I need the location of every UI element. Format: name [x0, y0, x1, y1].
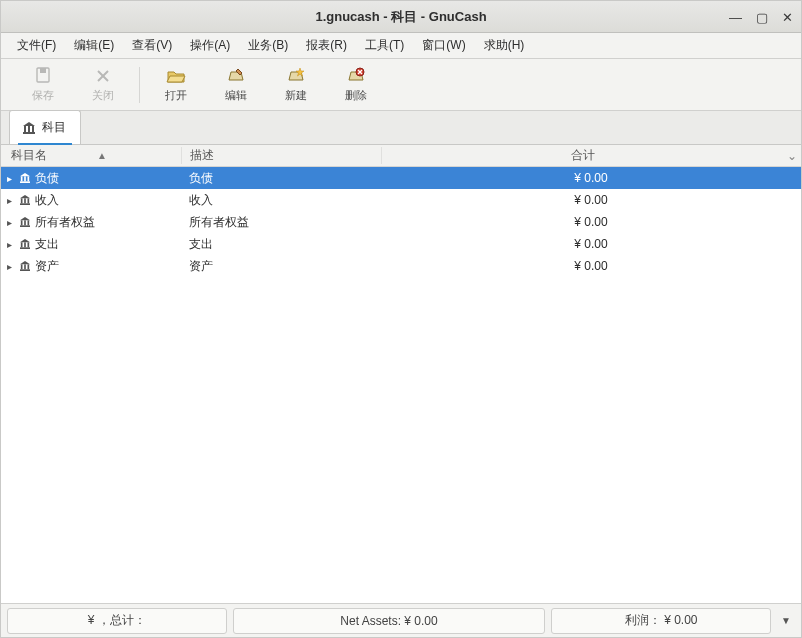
edit-label: 编辑 [225, 88, 247, 103]
menubar: 文件(F) 编辑(E) 查看(V) 操作(A) 业务(B) 报表(R) 工具(T… [1, 33, 801, 59]
window-title: 1.gnucash - 科目 - GnuCash [1, 8, 801, 26]
header-desc[interactable]: 描述 [181, 147, 381, 164]
toolbar: 保存 关闭 打开 编辑 新建 [1, 59, 801, 111]
account-desc: 支出 [181, 236, 381, 253]
statusbar: ¥ ，总计： Net Assets: ¥ 0.00 利润： ¥ 0.00 ▼ [1, 603, 801, 637]
table-row[interactable]: ▸ 收入 收入 ¥ 0.00 [1, 189, 801, 211]
svg-rect-21 [24, 220, 26, 225]
svg-rect-25 [24, 242, 26, 247]
expand-icon[interactable]: ▸ [7, 173, 17, 184]
open-button[interactable]: 打开 [146, 66, 206, 103]
menu-window[interactable]: 窗口(W) [414, 34, 473, 57]
column-headers: 科目名 ▲ 描述 合计 ⌄ [1, 145, 801, 167]
svg-rect-15 [20, 181, 30, 183]
account-total: ¥ 0.00 [381, 171, 801, 185]
account-total: ¥ 0.00 [381, 259, 801, 273]
bank-icon [19, 261, 33, 271]
svg-rect-14 [28, 176, 30, 181]
tab-accounts[interactable]: 科目 [9, 110, 81, 144]
header-more[interactable]: ⌄ [783, 149, 801, 163]
delete-icon [345, 66, 367, 86]
app-window: 1.gnucash - 科目 - GnuCash — ▢ ✕ 文件(F) 编辑(… [0, 0, 802, 638]
account-desc: 收入 [181, 192, 381, 209]
svg-rect-27 [20, 247, 30, 249]
account-desc: 所有者权益 [181, 214, 381, 231]
header-total[interactable]: 合计 [381, 147, 783, 164]
delete-button[interactable]: 删除 [326, 66, 386, 103]
menu-edit[interactable]: 编辑(E) [66, 34, 122, 57]
bank-icon [22, 122, 36, 134]
account-desc: 资产 [181, 258, 381, 275]
toolbar-separator [139, 67, 140, 103]
account-desc: 负债 [181, 170, 381, 187]
account-total: ¥ 0.00 [381, 215, 801, 229]
status-currency-total: ¥ ，总计： [7, 608, 227, 634]
delete-label: 删除 [345, 88, 367, 103]
save-button[interactable]: 保存 [13, 66, 73, 103]
maximize-button[interactable]: ▢ [756, 10, 768, 25]
menu-view[interactable]: 查看(V) [124, 34, 180, 57]
menu-business[interactable]: 业务(B) [240, 34, 296, 57]
titlebar: 1.gnucash - 科目 - GnuCash — ▢ ✕ [1, 1, 801, 33]
svg-rect-18 [28, 198, 30, 203]
menu-tools[interactable]: 工具(T) [357, 34, 412, 57]
expand-icon[interactable]: ▸ [7, 217, 17, 228]
save-label: 保存 [32, 88, 54, 103]
new-icon [285, 66, 307, 86]
table-row[interactable]: ▸ 资产 资产 ¥ 0.00 [1, 255, 801, 277]
close-account-button[interactable]: 关闭 [73, 66, 133, 103]
folder-open-icon [165, 66, 187, 86]
sort-asc-icon: ▲ [97, 150, 107, 161]
bank-icon [19, 195, 33, 205]
account-tree[interactable]: ▸ 负债 负债 ¥ 0.00 ▸ 收入 收入 ¥ 0.00 ▸ 所有者权益 所有… [1, 167, 801, 603]
svg-rect-9 [28, 126, 30, 132]
svg-rect-10 [32, 126, 34, 132]
bank-icon [19, 173, 33, 183]
bank-icon [19, 217, 33, 227]
account-name: 收入 [35, 192, 59, 209]
tab-label: 科目 [42, 119, 66, 136]
account-name: 所有者权益 [35, 214, 95, 231]
table-row[interactable]: ▸ 负债 负债 ¥ 0.00 [1, 167, 801, 189]
expand-icon[interactable]: ▸ [7, 261, 17, 272]
close-button[interactable]: ✕ [782, 10, 793, 25]
svg-rect-12 [21, 176, 23, 181]
account-total: ¥ 0.00 [381, 193, 801, 207]
minimize-button[interactable]: — [729, 10, 742, 25]
close-icon [92, 66, 114, 86]
svg-rect-30 [28, 264, 30, 269]
edit-icon [225, 66, 247, 86]
new-button[interactable]: 新建 [266, 66, 326, 103]
header-name[interactable]: 科目名 ▲ [1, 147, 181, 164]
svg-rect-24 [21, 242, 23, 247]
window-controls: — ▢ ✕ [729, 1, 793, 33]
status-profit: 利润： ¥ 0.00 [551, 608, 771, 634]
edit-button[interactable]: 编辑 [206, 66, 266, 103]
menu-action[interactable]: 操作(A) [182, 34, 238, 57]
svg-rect-31 [20, 269, 30, 271]
svg-rect-19 [20, 203, 30, 205]
menu-report[interactable]: 报表(R) [298, 34, 355, 57]
svg-rect-17 [24, 198, 26, 203]
svg-rect-26 [28, 242, 30, 247]
table-row[interactable]: ▸ 所有者权益 所有者权益 ¥ 0.00 [1, 211, 801, 233]
svg-rect-29 [24, 264, 26, 269]
status-dropdown[interactable]: ▼ [777, 615, 795, 626]
open-label: 打开 [165, 88, 187, 103]
account-name: 负债 [35, 170, 59, 187]
table-row[interactable]: ▸ 支出 支出 ¥ 0.00 [1, 233, 801, 255]
save-icon [32, 66, 54, 86]
account-total: ¥ 0.00 [381, 237, 801, 251]
new-label: 新建 [285, 88, 307, 103]
svg-rect-16 [21, 198, 23, 203]
status-net-assets: Net Assets: ¥ 0.00 [233, 608, 546, 634]
expand-icon[interactable]: ▸ [7, 239, 17, 250]
bank-icon [19, 239, 33, 249]
svg-rect-28 [21, 264, 23, 269]
menu-file[interactable]: 文件(F) [9, 34, 64, 57]
expand-icon[interactable]: ▸ [7, 195, 17, 206]
menu-help[interactable]: 求助(H) [476, 34, 533, 57]
account-name: 支出 [35, 236, 59, 253]
tabbar: 科目 [1, 111, 801, 145]
svg-rect-8 [24, 126, 26, 132]
